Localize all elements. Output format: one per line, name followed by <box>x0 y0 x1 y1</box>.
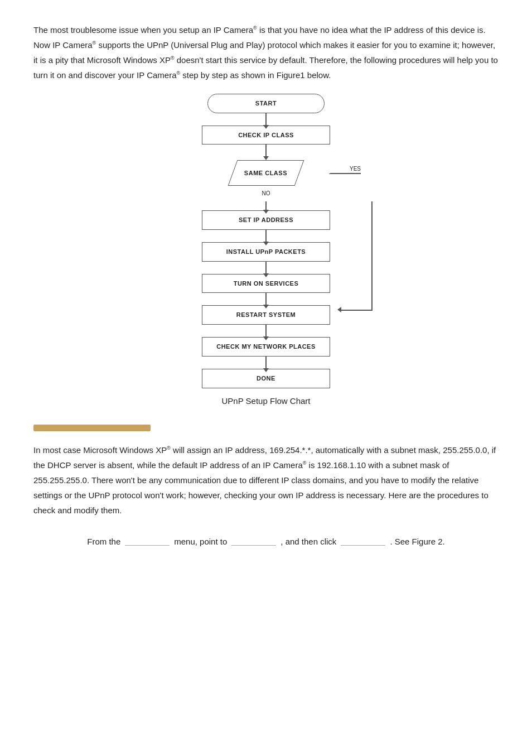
blank-3 <box>341 538 385 546</box>
yes-arrowhead <box>337 307 341 312</box>
arrow-8 <box>265 357 267 369</box>
arrow-1 <box>265 113 267 126</box>
yes-vertical-line <box>371 201 373 310</box>
registered-mark-4: ® <box>177 70 181 76</box>
no-label: NO <box>262 189 270 198</box>
registered-mark-1: ® <box>253 25 257 31</box>
arrow-5 <box>265 262 267 274</box>
arrow-3 <box>265 201 267 210</box>
and-then-click-label: , and then click <box>280 535 336 549</box>
intro-paragraph: The most troublesome issue when you setu… <box>33 22 499 83</box>
yes-horiz-to-install <box>341 310 373 311</box>
arrow-6 <box>265 293 267 305</box>
menu-point-to-label: menu, point to <box>174 535 227 549</box>
blank-2 <box>231 538 276 546</box>
flowchart-caption: UPnP Setup Flow Chart <box>33 394 499 408</box>
flow-diagram: START CHECK IP CLASS SAME CLASS YES NO <box>149 94 383 388</box>
flow-same-class-node: SAME CLASS <box>228 160 304 186</box>
blank-1 <box>125 538 170 546</box>
arrow-7 <box>265 325 267 337</box>
intro-text-5: step by step as shown in Figure1 below. <box>182 70 331 80</box>
flow-start-node: START <box>207 94 325 113</box>
diamond-label: SAME CLASS <box>244 168 287 179</box>
registered-mark-2: ® <box>93 40 96 46</box>
section2-text: In most case Microsoft Windows XP® will … <box>33 442 499 518</box>
yes-label: YES <box>350 164 361 174</box>
from-the-label: From the <box>87 535 120 549</box>
yes-horiz-line: YES <box>330 173 361 174</box>
intro-text-1: The most troublesome issue when you setu… <box>33 25 253 35</box>
arrow-2 <box>265 145 267 157</box>
yes-branch-container: YES <box>329 173 361 174</box>
bottom-row: From the menu, point to , and then click… <box>33 535 499 549</box>
section-divider-bar <box>33 425 151 431</box>
see-figure-label: . See Figure 2. <box>390 535 444 549</box>
registered-mark-5: ® <box>167 445 171 451</box>
flowchart-container: START CHECK IP CLASS SAME CLASS YES NO <box>33 94 499 388</box>
registered-mark-6: ® <box>303 460 307 466</box>
diamond-row: SAME CLASS YES NO <box>160 160 372 186</box>
registered-mark-3: ® <box>171 55 175 61</box>
section2-text-1: In most case Microsoft Windows XP <box>33 445 167 455</box>
arrow-4 <box>265 230 267 242</box>
